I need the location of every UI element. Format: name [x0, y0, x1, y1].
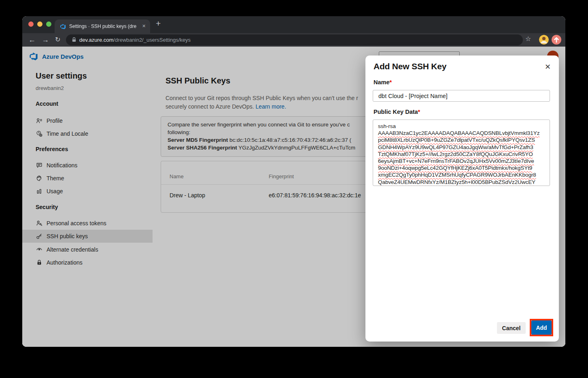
forward-icon[interactable]: →	[42, 34, 49, 45]
url-path: /drewbanin2/_usersSettings/keys	[113, 37, 191, 43]
window-minimize-button[interactable]	[37, 21, 42, 27]
required-asterisk: *	[418, 109, 420, 115]
tab-close-icon[interactable]: ✕	[142, 23, 146, 29]
browser-window: Settings · SSH public keys (dre ✕ + ← → …	[22, 16, 565, 347]
window-zoom-button[interactable]	[46, 21, 51, 27]
key-line: QabveZ4UEMwDRNfxYz/M1BZtyz5h+l00D5BPubZS…	[378, 179, 545, 186]
tab-strip: Settings · SSH public keys (dre ✕ +	[22, 16, 565, 33]
key-line: 9ooNDzi+4oqwpg5eLc42GQYfHjKEZj6xA0T5Pidt…	[378, 164, 545, 171]
public-key-data-textarea[interactable]: ssh-rsa AAAAB3NzaC1yc2EAAAADAQABAAACAQDS…	[373, 120, 550, 186]
dialog-title: Add New SSH Key	[374, 62, 446, 71]
tab-title: Settings · SSH public keys (dre	[69, 23, 151, 30]
key-line: pciM8t8XLrbUzQlP0B+9uZGZe7dlpatVTxc/uQZk…	[378, 137, 545, 143]
close-icon[interactable]: ✕	[545, 62, 551, 71]
window-close-button[interactable]	[28, 21, 34, 27]
azure-devops-favicon-icon	[60, 23, 66, 30]
name-label: Name*	[374, 79, 392, 85]
key-line: xmgEC2QgTy0phHqD1VZMSrhUqfyCPAGR9WOJrbAE…	[378, 171, 545, 178]
address-bar[interactable]: dev.azure.com/drewbanin2/_usersSettings/…	[66, 34, 523, 45]
url-text: dev.azure.com/drewbanin2/_usersSettings/…	[79, 37, 191, 43]
key-name-input[interactable]	[373, 90, 550, 102]
cancel-button[interactable]: Cancel	[497, 322, 526, 334]
back-icon[interactable]: ←	[28, 34, 36, 45]
add-ssh-key-dialog: Add New SSH Key ✕ Name* Public Key Data*…	[365, 56, 559, 342]
reload-icon[interactable]: ↻	[55, 34, 60, 45]
key-line: 6eysAjmBT+vc+N7eFrn9nsTrFABOv2qJUHx5Vv00…	[378, 158, 545, 164]
required-asterisk: *	[390, 79, 392, 85]
browser-profile-avatar[interactable]	[539, 35, 549, 45]
new-tab-button[interactable]: +	[156, 19, 161, 28]
add-button[interactable]: Add	[531, 320, 552, 335]
browser-toolbar: ← → ↻ dev.azure.com/drewbanin2/_usersSet…	[22, 33, 565, 47]
bookmark-star-icon[interactable]: ☆	[525, 35, 531, 43]
key-line: dvHWkdliPJmGrTVC1rE4rBmjkQmL0iEvO4QC4kT0…	[378, 186, 545, 186]
url-domain: dev.azure.com	[79, 37, 113, 43]
https-lock-icon	[71, 37, 77, 43]
browser-update-icon[interactable]	[552, 35, 561, 45]
key-line: TztQMKhaf07TjKz5+//lwL2rgz2d50CZaY8fQQuJ…	[378, 151, 545, 158]
highlight-annotation-box: Add	[530, 319, 553, 336]
public-key-data-label: Public Key Data*	[374, 109, 420, 115]
key-line: ssh-rsa	[378, 123, 545, 130]
key-line: AAAAB3NzaC1yc2EAAAADAQABAAACAQDSNBLvbjtV…	[378, 130, 545, 137]
browser-tab[interactable]: Settings · SSH public keys (dre ✕	[55, 19, 150, 33]
key-line: GDNH4WpAYz9U9wQL4P97GZU4aoJgqWw/aMvTfGd+…	[378, 144, 545, 151]
